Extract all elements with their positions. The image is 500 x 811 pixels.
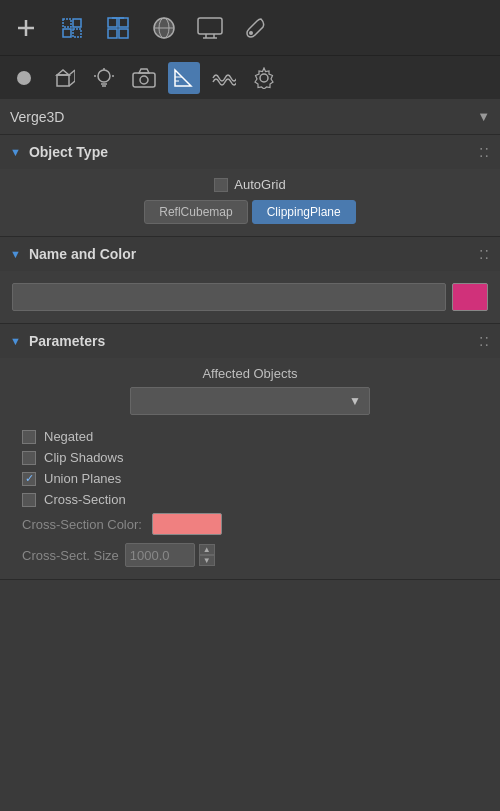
size-decrement[interactable]: ▼ [199, 555, 215, 566]
cross-sect-size-input[interactable]: 1000.0 [125, 543, 195, 567]
bulb-button[interactable] [88, 62, 120, 94]
name-color-title: Name and Color [29, 246, 479, 262]
name-input[interactable] [12, 283, 446, 311]
engine-title: Verge3D [10, 109, 64, 125]
second-toolbar [0, 55, 500, 99]
cross-sect-size-row: Cross-Sect. Size 1000.0 ▲ ▼ [12, 543, 488, 567]
cross-section-color-row: Cross-Section Color: [12, 513, 488, 535]
transform-button[interactable] [100, 10, 136, 46]
name-color-header[interactable]: ▼ Name and Color :: [0, 237, 500, 271]
monitor-button[interactable] [192, 10, 228, 46]
union-planes-row: ✓ Union Planes [12, 471, 488, 486]
parameters-header[interactable]: ▼ Parameters :: [0, 324, 500, 358]
svg-marker-21 [57, 70, 69, 75]
object-type-title: Object Type [29, 144, 479, 160]
header-dropdown-arrow[interactable]: ▼ [477, 109, 490, 124]
name-color-content [0, 271, 500, 323]
clippingplane-button[interactable]: ClippingPlane [252, 200, 356, 224]
svg-point-32 [140, 76, 148, 84]
svg-rect-31 [133, 73, 155, 87]
cross-sect-size-label: Cross-Sect. Size [22, 548, 119, 563]
autogrid-row: AutoGrid [12, 177, 488, 192]
negated-checkbox[interactable] [22, 430, 36, 444]
svg-rect-20 [57, 75, 69, 86]
object-type-dots: :: [479, 143, 490, 161]
select-box-button[interactable] [54, 10, 90, 46]
type-buttons-row: ReflCubemap ClippingPlane [12, 200, 488, 224]
cross-section-color-swatch[interactable] [152, 513, 222, 535]
size-spinner: ▲ ▼ [199, 544, 215, 566]
object-type-header[interactable]: ▼ Object Type :: [0, 135, 500, 169]
header-bar[interactable]: Verge3D ▼ [0, 99, 500, 135]
reflcubemap-button[interactable]: ReflCubemap [144, 200, 247, 224]
top-toolbar [0, 0, 500, 55]
name-color-section: ▼ Name and Color :: [0, 237, 500, 324]
svg-point-18 [249, 31, 253, 35]
parameters-section: ▼ Parameters :: Affected Objects ▼ Negat… [0, 324, 500, 580]
svg-rect-9 [119, 29, 128, 38]
affected-objects-dropdown[interactable]: ▼ [130, 387, 370, 415]
cross-section-checkbox[interactable] [22, 493, 36, 507]
cross-section-row: Cross-Section [12, 492, 488, 507]
dot-button[interactable] [8, 62, 40, 94]
svg-rect-6 [108, 18, 117, 27]
camera-button[interactable] [128, 62, 160, 94]
object-type-content: AutoGrid ReflCubemap ClippingPlane [0, 169, 500, 236]
svg-marker-33 [139, 69, 149, 73]
wrench-button[interactable] [238, 10, 274, 46]
parameters-dots: :: [479, 332, 490, 350]
autogrid-checkbox[interactable] [214, 178, 228, 192]
parameters-content: Affected Objects ▼ Negated Clip Shadows … [0, 358, 500, 579]
negated-row: Negated [12, 429, 488, 444]
svg-rect-4 [63, 29, 71, 37]
cross-section-label: Cross-Section [44, 492, 126, 507]
triangle-ruler-button[interactable] [168, 62, 200, 94]
affected-objects-label: Affected Objects [12, 366, 488, 381]
object-type-arrow: ▼ [10, 146, 21, 158]
autogrid-check: AutoGrid [214, 177, 285, 192]
waves-button[interactable] [208, 62, 240, 94]
clip-shadows-checkbox[interactable] [22, 451, 36, 465]
color-swatch[interactable] [452, 283, 488, 311]
parameters-arrow: ▼ [10, 335, 21, 347]
svg-rect-8 [108, 29, 117, 38]
svg-rect-7 [119, 18, 128, 27]
circle-button[interactable] [146, 10, 182, 46]
name-color-dots: :: [479, 245, 490, 263]
svg-rect-5 [73, 29, 81, 37]
clip-shadows-label: Clip Shadows [44, 450, 124, 465]
name-color-arrow: ▼ [10, 248, 21, 260]
svg-line-24 [69, 81, 75, 86]
engine-dropdown[interactable]: Verge3D [10, 109, 64, 125]
add-button[interactable] [8, 10, 44, 46]
cube-button[interactable] [48, 62, 80, 94]
svg-point-19 [17, 71, 31, 85]
cross-sect-size-value: 1000.0 [130, 548, 170, 563]
affected-objects-arrow: ▼ [349, 394, 361, 408]
clip-shadows-row: Clip Shadows [12, 450, 488, 465]
autogrid-label: AutoGrid [234, 177, 285, 192]
size-increment[interactable]: ▲ [199, 544, 215, 555]
negated-label: Negated [44, 429, 93, 444]
svg-line-22 [69, 70, 75, 75]
parameters-title: Parameters [29, 333, 479, 349]
svg-rect-2 [63, 19, 71, 27]
svg-marker-34 [175, 70, 191, 86]
object-type-section: ▼ Object Type :: AutoGrid ReflCubemap Cl… [0, 135, 500, 237]
cross-section-color-label: Cross-Section Color: [22, 517, 142, 532]
name-color-row [12, 283, 488, 311]
gear-button[interactable] [248, 62, 280, 94]
svg-point-25 [98, 70, 110, 82]
svg-point-37 [260, 74, 268, 82]
union-planes-checkbox[interactable]: ✓ [22, 472, 36, 486]
union-planes-label: Union Planes [44, 471, 121, 486]
svg-rect-14 [198, 18, 222, 34]
svg-rect-3 [73, 19, 81, 27]
